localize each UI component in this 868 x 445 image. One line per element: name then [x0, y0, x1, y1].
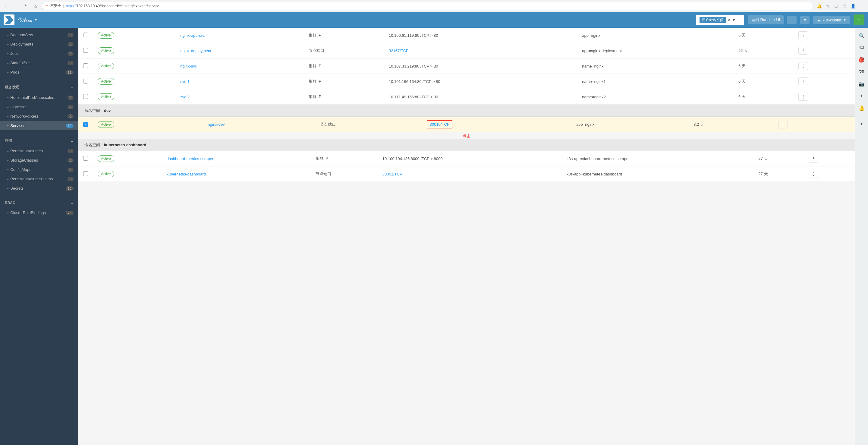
sidebar-item-storageclasses[interactable]: ▪ StorageClasses 0 — [0, 155, 79, 165]
endpoint-link[interactable]: 32167/TCP — [389, 49, 409, 53]
sidebar-item-pvc[interactable]: ▪ PersistentVolumeClaims 0 — [0, 174, 79, 184]
top-header: 仪表盘 ▼ 用户命名空间 × ▼ 返回 Rancher UI ↑ ≡ ☁ k8s… — [0, 12, 868, 28]
row-action-button[interactable]: ⋮ — [778, 121, 788, 128]
service-endpoint: 10.111.49.156:80 /TCP > 80 — [389, 95, 438, 99]
sidebar-item-pv[interactable]: ▪ PersistentVolumes 0 — [0, 146, 79, 155]
service-type: 节点端口 — [309, 48, 324, 53]
cluster-selector[interactable]: ☁ k8s-cluster ▼ — [813, 16, 850, 24]
service-name-link[interactable]: svc-2 — [180, 95, 190, 99]
edit-icon: ≡ — [804, 18, 806, 22]
sidebar-rbac-section: RBAC ▲ ▪ ClusterRoleBindings 78 — [0, 196, 79, 220]
cluster-icon: ☁ — [817, 18, 821, 22]
browser-action-5[interactable]: 👤 — [849, 2, 857, 10]
edit-button[interactable]: ≡ — [800, 16, 810, 24]
forward-button[interactable]: → — [13, 2, 20, 10]
right-send-icon[interactable]: ✈ — [856, 90, 867, 101]
address-bar[interactable]: ⚠ 不安全 | https://192.168.10.40/dashboard/… — [41, 2, 813, 10]
service-age: 6 天 — [738, 79, 746, 84]
right-tools-icon[interactable]: 🎒 — [856, 54, 867, 65]
row-action-button[interactable]: ⋮ — [798, 93, 808, 101]
sidebar-item-clusterrolebindings[interactable]: ▪ ClusterRoleBindings 78 — [0, 208, 79, 217]
status-badge: Active — [98, 32, 114, 38]
sidebar-item-configmaps[interactable]: ▪ ConfigMaps 4 — [0, 165, 79, 174]
dashboard-title[interactable]: 仪表盘 ▼ — [18, 17, 37, 23]
service-name-link[interactable]: nginx-deployment — [180, 49, 211, 53]
row-checkbox-nginx-svc[interactable] — [83, 63, 88, 68]
service-name-link[interactable]: dashboard-metrics-scraper — [167, 156, 213, 161]
browser-more[interactable]: ⋯ — [858, 2, 865, 10]
pods-count: 11 — [66, 70, 73, 75]
row-checkbox-dashboard-metrics[interactable] — [83, 156, 88, 161]
right-camera-icon[interactable]: 📷 — [856, 79, 867, 89]
namespace-selector[interactable]: 用户命名空间 × ▼ — [696, 15, 744, 25]
sidebar-item-hpa[interactable]: ▪ HorizontalPodAutoscalers 0 — [0, 93, 79, 102]
right-map-icon[interactable]: 🗺 — [856, 66, 867, 77]
row-checkbox-nginx-app-svc[interactable] — [83, 33, 88, 37]
service-selector: app=nginx — [576, 122, 594, 127]
service-name-link[interactable]: svc-1 — [180, 79, 190, 84]
service-type: 节点端口 — [320, 122, 336, 127]
services-label: Services — [10, 123, 25, 128]
browser-action-4[interactable]: ☆ — [841, 2, 848, 10]
services-count: 10 — [66, 124, 73, 128]
sidebar-item-deployments[interactable]: ▪ Deployments 6 — [0, 39, 79, 49]
jobs-icon: ▪ — [7, 52, 8, 56]
service-name-link[interactable]: kubernetes-dashboard — [167, 172, 206, 176]
add-resource-button[interactable]: + — [854, 14, 864, 25]
row-action-button[interactable]: ⋮ — [798, 62, 808, 70]
right-bell-icon[interactable]: 🔔 — [856, 102, 867, 113]
content-area: Active nginx-app-svc 集群 IP 10.106.61.119… — [79, 28, 855, 182]
sidebar-item-daemonsets[interactable]: ▪ DaemonSets 0 — [0, 30, 79, 39]
home-button[interactable]: ⌂ — [32, 2, 39, 10]
service-type: 集群 IP — [309, 94, 321, 99]
sidebar-item-secrets[interactable]: ▪ Secrets 10 — [0, 184, 79, 193]
back-button[interactable]: ← — [3, 2, 10, 10]
row-action-button[interactable]: ⋮ — [798, 47, 808, 55]
return-rancher-button[interactable]: 返回 Rancher UI — [748, 16, 784, 24]
service-selector: name=nginx — [582, 64, 603, 68]
browser-action-1[interactable]: 🔔 — [815, 2, 823, 10]
row-checkbox-k8s-dashboard[interactable] — [83, 171, 88, 176]
row-action-button[interactable]: ⋮ — [809, 170, 818, 178]
pv-icon: ▪ — [7, 149, 8, 153]
right-search-icon[interactable]: 🔍 — [856, 30, 867, 41]
service-discovery-header[interactable]: 服务发现 ▲ — [0, 82, 79, 93]
row-checkbox-svc2[interactable] — [83, 94, 88, 99]
main-content: Active nginx-app-svc 集群 IP 10.106.61.119… — [79, 28, 855, 445]
services-table-dev: ✓ Active nginx-dev 节点端口 30010/TCP app=ng… — [79, 117, 855, 132]
right-tag-icon[interactable]: 🏷 — [856, 42, 867, 53]
sidebar-item-jobs[interactable]: ▪ Jobs 0 — [0, 49, 79, 58]
row-action-button[interactable]: ⋮ — [809, 155, 818, 162]
row-action-button[interactable]: ⋮ — [798, 31, 808, 39]
rbac-header[interactable]: RBAC ▲ — [0, 198, 79, 208]
service-name-link[interactable]: nginx-app-svc — [180, 33, 205, 38]
sidebar-item-statefulsets[interactable]: ▪ StatefulSets 0 — [0, 58, 79, 67]
sidebar-item-networkpolicies[interactable]: ▪ NetworkPolicies 0 — [0, 112, 79, 121]
status-badge: Active — [98, 63, 114, 69]
refresh-button[interactable]: ↻ — [22, 2, 30, 10]
pvc-icon: ▪ — [7, 177, 8, 181]
upload-button[interactable]: ↑ — [787, 16, 797, 24]
service-name-link[interactable]: nginx-dev — [208, 122, 224, 127]
sidebar-item-ingresses[interactable]: ▪ Ingresses 7 — [0, 102, 79, 112]
row-checkbox-svc1[interactable] — [83, 79, 88, 84]
endpoint-link[interactable]: 30010/TCP — [430, 122, 450, 127]
row-checkbox-nginx-dev[interactable]: ✓ — [83, 122, 88, 127]
rbac-label: RBAC — [5, 201, 16, 205]
configmaps-icon: ▪ — [7, 168, 8, 172]
right-add-icon[interactable]: + — [856, 118, 867, 129]
browser-actions: 🔔 ☆ □ ☆ 👤 ⋯ — [815, 2, 865, 10]
row-action-button[interactable]: ⋮ — [798, 78, 808, 85]
endpoint-link[interactable]: 30001/TCP — [382, 172, 402, 176]
upload-icon: ↑ — [791, 18, 793, 22]
sidebar-item-pods[interactable]: ▪ Pods 11 — [0, 67, 79, 77]
sidebar-item-services[interactable]: ▪ Services 10 — [0, 121, 79, 130]
browser-action-2[interactable]: ☆ — [824, 2, 831, 10]
row-checkbox-nginx-deployment[interactable] — [83, 48, 88, 53]
service-age: 6 天 — [738, 33, 746, 37]
service-name-link[interactable]: nginx-svc — [180, 64, 197, 68]
browser-action-3[interactable]: □ — [832, 2, 840, 10]
storage-header[interactable]: 存储 ▲ — [0, 135, 79, 146]
namespace-remove[interactable]: × — [728, 18, 730, 22]
namespace-dropdown-icon[interactable]: ▼ — [732, 18, 736, 22]
